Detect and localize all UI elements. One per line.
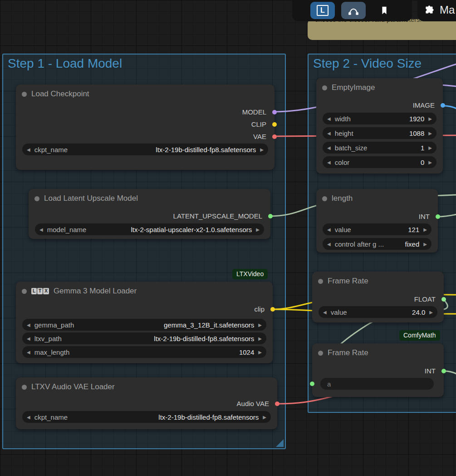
widget-value: ltx-2-19b-distilled-fp8.safetensors xyxy=(154,335,254,342)
increment-arrow-icon[interactable]: ▶ xyxy=(423,227,427,232)
decrement-arrow-icon[interactable]: ◀ xyxy=(327,242,331,247)
group-step1-title[interactable]: Step 1 - Load Model xyxy=(3,55,285,73)
collapse-dot[interactable] xyxy=(318,279,323,284)
output-slot-image[interactable] xyxy=(441,103,445,108)
node-load-latent-upscale-model[interactable]: Load Latent Upscale Model LATENT_UPSCALE… xyxy=(29,189,270,239)
increment-arrow-icon[interactable]: ▶ xyxy=(423,242,427,247)
node-title-label: Frame Rate xyxy=(328,277,368,286)
widget-model-name[interactable]: ◀ model_name ltx-2-spatial-upscaler-x2-1… xyxy=(35,223,264,235)
widget-gemma-path[interactable]: ◀ gemma_path gemma_3_12B_it.safetensors … xyxy=(22,319,266,331)
decrement-arrow-icon[interactable]: ◀ xyxy=(327,116,331,121)
widget-value[interactable]: ◀ value 24.0 ▶ xyxy=(319,306,437,318)
increment-arrow-icon[interactable]: ▶ xyxy=(258,336,262,341)
output-label: LATENT_UPSCALE_MODEL xyxy=(173,211,262,221)
output-slot-clip[interactable] xyxy=(272,122,277,127)
node-title[interactable]: EmptyImage xyxy=(316,78,443,92)
node-frame-rate-float[interactable]: Frame Rate FLOAT ◀ value 24.0 ▶ xyxy=(312,272,444,322)
widget-ckpt-name[interactable]: ◀ ckpt_name ltx-2-19b-distilled-fp8.safe… xyxy=(22,411,271,423)
decrement-arrow-icon[interactable]: ◀ xyxy=(39,227,43,232)
decrement-arrow-icon[interactable]: ◀ xyxy=(27,336,30,341)
widget-ckpt-name[interactable]: ◀ ckpt_name ltx-2-19b-distilled-fp8.safe… xyxy=(22,144,268,155)
node-length[interactable]: length INT ◀ value 121 ▶ ◀ control after… xyxy=(316,189,438,253)
increment-arrow-icon[interactable]: ▶ xyxy=(256,227,260,232)
widget-color[interactable]: ◀ color 0 ▶ xyxy=(323,156,436,168)
node-title[interactable]: LTX Gemma 3 Model Loader xyxy=(16,282,273,296)
widget-control-after-generate[interactable]: ◀ control after g ... fixed ▶ xyxy=(323,238,431,250)
decrement-arrow-icon[interactable]: ◀ xyxy=(327,131,331,136)
collapse-dot[interactable] xyxy=(22,289,27,294)
widget-value: gemma_3_12B_it.safetensors xyxy=(164,321,254,329)
output-slot-model[interactable] xyxy=(272,110,277,114)
manager-button[interactable]: Ma xyxy=(417,0,456,21)
node-empty-image[interactable]: EmptyImage IMAGE ◀ width 1920 ▶ ◀ height… xyxy=(316,78,443,174)
node-ltxv-audio-vae-loader[interactable]: LTXV Audio VAE Loader Audio VAE ◀ ckpt_n… xyxy=(16,377,277,429)
decrement-arrow-icon[interactable]: ◀ xyxy=(323,310,327,315)
output-slot-float[interactable] xyxy=(441,297,446,302)
increment-arrow-icon[interactable]: ▶ xyxy=(428,145,432,150)
node-title[interactable]: Load Checkpoint xyxy=(16,84,275,99)
decrement-arrow-icon[interactable]: ◀ xyxy=(27,350,30,355)
widget-height[interactable]: ◀ height 1088 ▶ xyxy=(323,127,436,139)
increment-arrow-icon[interactable]: ▶ xyxy=(429,310,433,315)
widget-a[interactable]: a xyxy=(320,378,434,390)
increment-arrow-icon[interactable]: ▶ xyxy=(258,322,262,327)
collapse-dot[interactable] xyxy=(22,385,27,390)
node-title[interactable]: Load Latent Upscale Model xyxy=(29,189,270,203)
output-slot-clip[interactable] xyxy=(270,307,275,312)
widget-width[interactable]: ◀ width 1920 ▶ xyxy=(323,113,436,124)
widget-label: batch_size xyxy=(335,144,368,152)
output-slot-audio-vae[interactable] xyxy=(275,402,279,406)
input-slot-a[interactable] xyxy=(310,382,314,386)
ltx-app-button[interactable]: L xyxy=(310,2,335,19)
node-title[interactable]: Frame Rate xyxy=(312,343,444,357)
decrement-arrow-icon[interactable]: ◀ xyxy=(327,145,331,150)
puzzle-icon xyxy=(424,4,436,16)
output-slot-int[interactable] xyxy=(441,369,446,373)
node-load-checkpoint[interactable]: Load Checkpoint MODEL CLIP VAE ◀ ckpt_na… xyxy=(16,84,275,170)
decrement-arrow-icon[interactable]: ◀ xyxy=(27,322,30,327)
increment-arrow-icon[interactable]: ▶ xyxy=(428,160,432,165)
widget-ltxv-path[interactable]: ◀ ltxv_path ltx-2-19b-distilled-fp8.safe… xyxy=(22,332,266,344)
collapse-dot[interactable] xyxy=(22,92,27,97)
widget-value: 1088 xyxy=(409,129,424,137)
decrement-arrow-icon[interactable]: ◀ xyxy=(327,160,331,165)
spline-tool-icon xyxy=(348,5,359,16)
collapse-dot[interactable] xyxy=(322,85,327,90)
increment-arrow-icon[interactable]: ▶ xyxy=(258,350,262,355)
node-title-label: EmptyImage xyxy=(332,83,375,92)
node-title[interactable]: LTXV Audio VAE Loader xyxy=(16,377,277,392)
manager-label: Ma xyxy=(440,1,455,19)
group-step2-title[interactable]: Step 2 - Video Size xyxy=(309,55,456,73)
widget-value: 24.0 xyxy=(412,308,425,316)
output-slot-vae[interactable] xyxy=(272,134,277,139)
widget-value: 0 xyxy=(421,159,424,166)
increment-arrow-icon[interactable]: ▶ xyxy=(428,131,432,136)
increment-arrow-icon[interactable]: ▶ xyxy=(263,415,266,420)
widget-batch-size[interactable]: ◀ batch_size 1 ▶ xyxy=(323,142,436,154)
node-gemma3-model-loader[interactable]: LTX Gemma 3 Model Loader clip ◀ gemma_pa… xyxy=(16,282,273,363)
output-label: Audio VAE xyxy=(237,399,269,409)
decrement-arrow-icon[interactable]: ◀ xyxy=(27,147,30,152)
ltx-logo-icon: LTX xyxy=(31,288,49,294)
node-frame-rate-int[interactable]: Frame Rate INT a xyxy=(312,343,444,397)
output-slot-latent-upscale-model[interactable] xyxy=(268,214,273,218)
widget-max-length[interactable]: ◀ max_length 1024 ▶ xyxy=(22,346,266,358)
widget-label: gemma_path xyxy=(34,321,74,329)
increment-arrow-icon[interactable]: ▶ xyxy=(260,147,264,152)
collapse-dot[interactable] xyxy=(318,351,323,356)
widget-value[interactable]: ◀ value 121 ▶ xyxy=(323,223,431,235)
group-resize-handle[interactable] xyxy=(276,439,284,447)
decrement-arrow-icon[interactable]: ◀ xyxy=(327,227,331,232)
widget-label: ckpt_name xyxy=(34,146,68,154)
increment-arrow-icon[interactable]: ▶ xyxy=(428,116,432,121)
bookmark-button[interactable] xyxy=(372,2,397,19)
collapse-dot[interactable] xyxy=(34,196,39,201)
node-title[interactable]: length xyxy=(316,189,438,203)
collapse-dot[interactable] xyxy=(322,196,327,201)
bookmark-icon xyxy=(379,5,389,15)
spline-tool-button[interactable] xyxy=(341,2,366,19)
decrement-arrow-icon[interactable]: ◀ xyxy=(27,415,30,420)
output-slot-int[interactable] xyxy=(436,214,440,219)
node-graph-canvas[interactable]: Step 1 - Load Model Step 2 - Video Size … xyxy=(0,0,456,476)
node-title[interactable]: Frame Rate xyxy=(312,272,444,286)
